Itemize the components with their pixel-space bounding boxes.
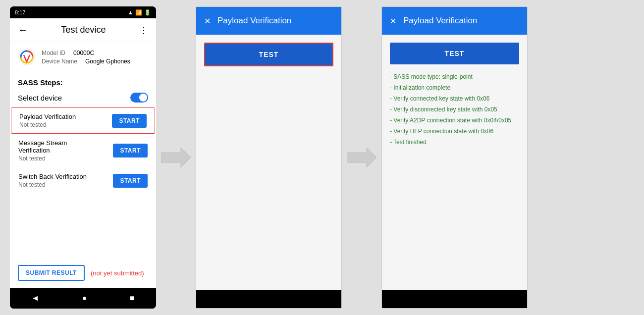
model-id-row: Model ID 00000C — [42, 50, 130, 56]
more-options-icon[interactable]: ⋮ — [139, 25, 148, 36]
device-name-value: Google Gphones — [85, 58, 130, 65]
result-lines: - SASS mode type: single-point - Initial… — [390, 72, 519, 147]
dialog-title-1: Payload Verification — [217, 16, 291, 26]
submission-status: (not yet submitted) — [91, 269, 144, 277]
dialog-title-2: Payload Verification — [403, 16, 477, 26]
back-button[interactable]: ← — [18, 24, 28, 36]
select-device-toggle[interactable] — [130, 93, 148, 103]
dialog-body-2: TEST - SASS mode type: single-point - In… — [382, 35, 527, 290]
submit-area: SUBMIT RESULT (not yet submitted) — [10, 258, 156, 288]
dialog-bottom-bar-2 — [382, 290, 527, 308]
select-device-label: Select device — [18, 94, 62, 102]
dialog-close-icon-2[interactable]: ✕ — [390, 16, 396, 26]
table-row: Message StreamVerification Not tested ST… — [10, 134, 156, 167]
result-line-5: - Verify A2DP connection state with 0x04… — [390, 116, 519, 125]
dialog-screen-2: ✕ Payload Verification TEST - SASS mode … — [381, 6, 528, 309]
test-row-status: Not tested — [18, 155, 67, 162]
result-line-2: - Initialization complete — [390, 83, 519, 92]
status-time: 8:17 — [15, 9, 25, 15]
result-line-7: - Test finished — [390, 138, 519, 147]
phone-header: ← Test device ⋮ — [10, 18, 156, 42]
battery-icon: 🔋 — [144, 9, 151, 16]
device-name-row: Device Name Google Gphones — [42, 58, 130, 65]
payload-start-button[interactable]: START — [112, 114, 147, 128]
arrow-2 — [342, 148, 381, 167]
test-button-2[interactable]: TEST — [390, 43, 519, 64]
dialog-screen-1: ✕ Payload Verification TEST — [196, 6, 342, 309]
sass-steps-label: SASS Steps: — [10, 72, 156, 90]
device-details: Model ID 00000C Device Name Google Gphon… — [42, 50, 130, 65]
dialog-header-2: ✕ Payload Verification — [382, 7, 527, 35]
test-button-1[interactable]: TEST — [204, 43, 333, 66]
device-logo — [18, 48, 36, 66]
toggle-knob — [139, 94, 147, 102]
test-row-status: Not tested — [19, 121, 76, 128]
page-title: Test device — [61, 25, 106, 35]
model-id-label: Model ID — [42, 50, 65, 56]
dialog-header-1: ✕ Payload Verification — [196, 7, 341, 35]
test-row-info: Message StreamVerification Not tested — [18, 139, 67, 162]
result-line-6: - Verify HFP connection state with 0x06 — [390, 127, 519, 136]
table-row: Payload Verification Not tested START — [11, 107, 155, 134]
main-container: 8:17 ▲ 📶 🔋 ← Test device ⋮ — [0, 0, 644, 315]
home-nav-button[interactable]: ● — [74, 291, 95, 306]
select-device-row: Select device — [10, 90, 156, 107]
arrow-icon-2 — [347, 148, 376, 167]
message-stream-start-button[interactable]: START — [113, 144, 148, 158]
device-info: Model ID 00000C Device Name Google Gphon… — [10, 42, 156, 72]
result-line-1: - SASS mode type: single-point — [390, 72, 519, 81]
recents-nav-button[interactable]: ■ — [122, 291, 143, 306]
test-row-name: Payload Verification — [19, 113, 76, 120]
signal-icon: ▲ — [128, 9, 133, 15]
status-icons: ▲ 📶 🔋 — [128, 9, 151, 16]
result-line-3: - Verify connected key state with 0x06 — [390, 94, 519, 103]
result-line-4: - Verify disconnected key state with 0x0… — [390, 105, 519, 114]
switch-back-start-button[interactable]: START — [113, 174, 148, 188]
status-bar: 8:17 ▲ 📶 🔋 — [10, 6, 156, 18]
test-row-info: Switch Back Verification Not tested — [18, 173, 87, 188]
svg-marker-1 — [161, 148, 191, 167]
back-nav-button[interactable]: ◄ — [23, 291, 47, 306]
test-row-status: Not tested — [18, 181, 87, 188]
submit-result-button[interactable]: SUBMIT RESULT — [18, 265, 85, 281]
arrow-1 — [156, 148, 196, 167]
dialog-bottom-bar-1 — [196, 290, 341, 308]
dialog-close-icon-1[interactable]: ✕ — [204, 16, 211, 26]
test-row-info: Payload Verification Not tested — [19, 113, 76, 128]
test-row-name: Message StreamVerification — [18, 139, 67, 154]
test-row-name: Switch Back Verification — [18, 173, 87, 180]
dialog-body-1: TEST — [196, 35, 341, 290]
phone-screen: 8:17 ▲ 📶 🔋 ← Test device ⋮ — [10, 6, 156, 309]
phone-nav-bar: ◄ ● ■ — [10, 288, 156, 309]
arrow-icon-1 — [161, 148, 191, 167]
svg-marker-2 — [347, 148, 376, 167]
test-rows: Payload Verification Not tested START Me… — [10, 107, 156, 258]
model-id-value: 00000C — [73, 50, 94, 56]
wifi-icon: 📶 — [135, 9, 142, 16]
table-row: Switch Back Verification Not tested STAR… — [10, 167, 156, 194]
phone-content: ← Test device ⋮ Model ID 00000C — [10, 18, 156, 288]
device-name-label: Device Name — [42, 58, 77, 65]
